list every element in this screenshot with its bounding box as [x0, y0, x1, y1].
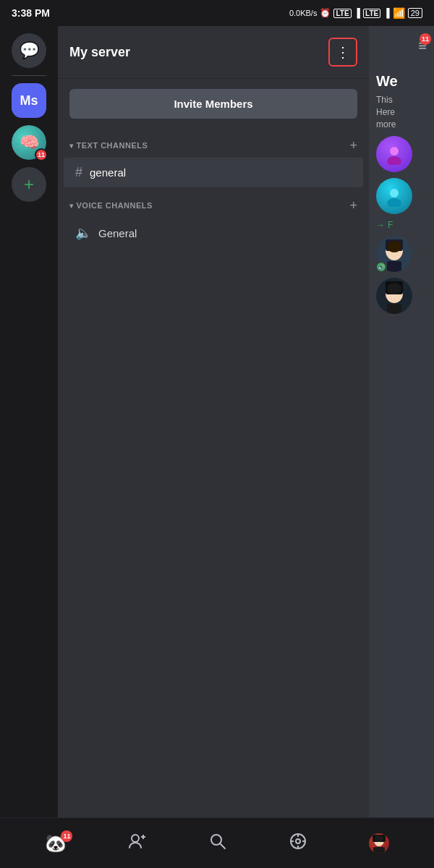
speaker-icon: 🔈 [75, 225, 91, 241]
right-avatar-1-wrapper [376, 136, 427, 172]
signal-bars-1: ▐ [354, 8, 361, 18]
profile-avatar-svg [370, 833, 388, 854]
channel-panel: My server ⋮ Invite Members ▾ TEXT CHANNE… [58, 26, 369, 817]
server-list: 💬 Ms 🧠 11 + [0, 26, 58, 817]
text-channel-general[interactable]: # general [64, 158, 363, 187]
invite-members-button[interactable]: Invite Members [69, 89, 357, 119]
app-container: 💬 Ms 🧠 11 + My server ⋮ Invite Members [0, 26, 434, 817]
clock-icon: ⏰ [320, 8, 331, 18]
right-panel-content: We This Here more [369, 66, 434, 817]
svg-point-25 [375, 835, 383, 842]
chat-icon: 💬 [20, 41, 39, 60]
svg-rect-11 [387, 304, 401, 314]
server-name: My server [69, 45, 130, 60]
friends-icon [128, 832, 147, 855]
text-channels-label-wrapper: ▾ TEXT CHANNELS [69, 141, 148, 150]
nav-home[interactable]: 🐼 11 [45, 833, 67, 854]
right-panel-text-3: more [376, 119, 427, 131]
discover-icon [289, 832, 307, 855]
svg-point-2 [390, 189, 399, 197]
signal-bars-2: ▐ [383, 8, 390, 18]
nav-search[interactable] [208, 832, 227, 855]
nav-discover[interactable] [289, 832, 307, 855]
more-options-button[interactable]: ⋮ [328, 38, 357, 67]
right-avatar-2 [376, 178, 412, 214]
svg-line-16 [220, 843, 225, 848]
face-avatar-2 [376, 278, 412, 314]
voice-channels-label: VOICE CHANNELS [77, 201, 153, 210]
add-server-button[interactable]: + [12, 167, 46, 202]
right-panel-text-2: Here [376, 106, 427, 119]
text-channels-category: ▾ TEXT CHANNELS + # general [58, 135, 369, 189]
svg-rect-26 [373, 847, 385, 854]
lte-icon-2: LTE [363, 9, 380, 18]
general-channel-name: general [90, 166, 126, 179]
voice-channels-label-wrapper: ▾ VOICE CHANNELS [69, 201, 153, 210]
status-bar: 3:38 PM 0.0KB/s ⏰ LTE ▐ LTE ▐ 📶 29 [0, 0, 434, 26]
invite-section: Invite Members [58, 79, 369, 129]
avatar-server-wrapper: 🧠 11 [12, 125, 46, 160]
home-nav-badge: 11 [61, 830, 72, 842]
svg-point-6 [387, 241, 401, 252]
svg-point-3 [387, 198, 401, 207]
battery-icon: 29 [408, 8, 422, 18]
face-avatar-1-wrapper: 🔊 [376, 236, 412, 272]
profile-avatar [369, 833, 389, 854]
nav-friends[interactable] [128, 832, 147, 855]
status-time: 3:38 PM [12, 7, 50, 19]
face-avatar-2-svg [380, 278, 409, 314]
right-avatar-1 [376, 136, 412, 172]
ms-label: Ms [20, 93, 38, 109]
hamburger-badge: 11 [420, 33, 431, 45]
speaking-indicator: 🔊 [375, 261, 387, 273]
avatar-1-icon [383, 143, 405, 165]
hash-icon: # [75, 165, 82, 180]
bottom-nav: 🐼 11 [0, 817, 434, 868]
arrow-button[interactable]: → F [376, 220, 427, 230]
dm-server-icon[interactable]: 💬 [12, 33, 46, 68]
wifi-icon: 📶 [393, 7, 405, 19]
text-channels-chevron: ▾ [69, 142, 74, 150]
plus-icon: + [24, 174, 34, 195]
server-notification-badge: 11 [35, 148, 48, 161]
voice-general-channel-name: General [98, 227, 137, 239]
face-avatar-2-wrapper [376, 278, 412, 314]
network-speed: 0.0KB/s [289, 9, 318, 17]
arrow-label: F [388, 220, 393, 230]
nav-profile[interactable] [369, 833, 389, 854]
voice-channels-header[interactable]: ▾ VOICE CHANNELS + [58, 195, 369, 216]
add-text-channel-button[interactable]: + [349, 139, 357, 152]
text-channels-label: TEXT CHANNELS [77, 141, 148, 150]
hamburger-wrapper: ≡ 11 [418, 38, 427, 54]
svg-point-12 [132, 835, 139, 842]
voice-channels-chevron: ▾ [69, 202, 74, 210]
search-icon [208, 832, 227, 855]
lte-icon: LTE [333, 9, 351, 18]
svg-point-0 [390, 147, 399, 156]
voice-channel-general[interactable]: 🔈 General [64, 218, 363, 248]
text-channels-header[interactable]: ▾ TEXT CHANNELS + [58, 135, 369, 156]
right-panel-header: ≡ 11 [369, 26, 434, 66]
server-header: My server ⋮ [58, 26, 369, 79]
status-icons: 0.0KB/s ⏰ LTE ▐ LTE ▐ 📶 29 [289, 7, 422, 19]
svg-point-1 [387, 156, 401, 165]
svg-point-10 [387, 283, 401, 294]
avatar-2-icon [383, 185, 405, 207]
arrow-icon: → [376, 220, 385, 230]
voice-channels-category: ▾ VOICE CHANNELS + 🔈 General [58, 195, 369, 250]
home-icon-wrapper: 🐼 11 [45, 833, 67, 854]
svg-rect-7 [387, 261, 401, 272]
right-panel-text-1: This [376, 94, 427, 106]
svg-point-18 [296, 839, 300, 843]
add-voice-channel-button[interactable]: + [349, 199, 357, 212]
more-options-icon: ⋮ [336, 43, 350, 61]
my-server-icon[interactable]: Ms [12, 83, 46, 118]
right-panel: ≡ 11 We This Here more [369, 26, 434, 817]
right-panel-title: We [376, 73, 427, 90]
